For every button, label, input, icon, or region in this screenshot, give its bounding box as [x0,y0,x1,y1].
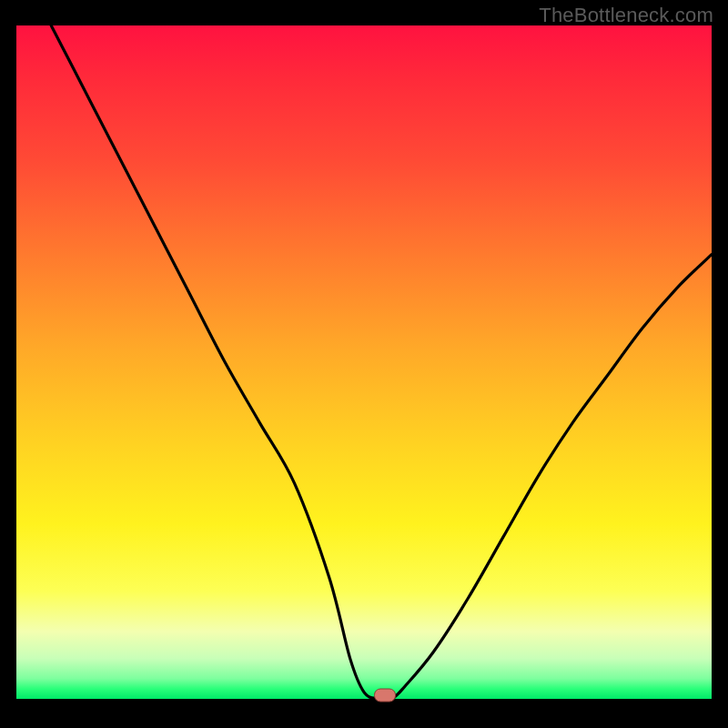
bottleneck-curve [16,25,712,699]
chart-frame: TheBottleneck.com [0,0,728,728]
plot-area [16,25,712,699]
optimal-point-marker [374,689,396,703]
watermark-text: TheBottleneck.com [539,4,713,27]
